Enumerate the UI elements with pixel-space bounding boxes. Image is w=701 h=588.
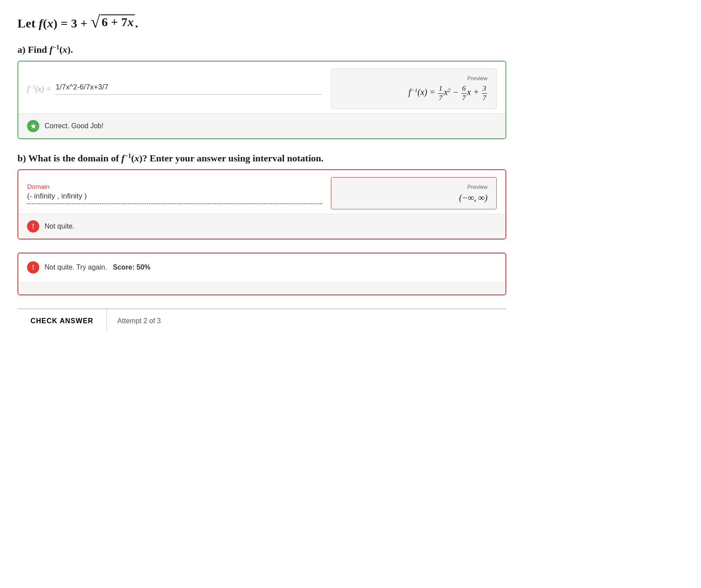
- part-a-input-prefix: f−1(x) =: [27, 84, 51, 94]
- part-a-answer-box: f−1(x) = 1/7x^2-6/7x+3/7 Preview f−1(x) …: [17, 61, 506, 139]
- bottom-bar: CHECK ANSWER Attempt 2 of 3: [17, 308, 506, 333]
- part-b-feedback-text: Not quite.: [45, 222, 74, 230]
- part-a-feedback-text: Correct. Good Job!: [45, 122, 103, 130]
- attempt-label: Attempt 2 of 3: [107, 309, 172, 333]
- part-a-feedback-row: ★ Correct. Good Job!: [18, 113, 505, 138]
- part-b-preview-math: (−∞, ∞): [459, 193, 488, 203]
- part-a-input-value[interactable]: 1/7x^2-6/7x+3/7: [55, 83, 322, 93]
- part-a-feedback-icon: ★: [27, 120, 39, 132]
- part-b-input-label: Domain: [27, 183, 322, 190]
- part-b-preview-label: Preview: [467, 184, 488, 190]
- part-a-preview-box: Preview f−1(x) = 17x2 − 67x + 37: [331, 68, 497, 109]
- part-a-preview-label: Preview: [467, 75, 488, 82]
- part-b-feedback-row: ! Not quite.: [18, 214, 505, 239]
- part-b-feedback-icon: !: [27, 220, 39, 232]
- part-b-answer-box: Domain (- infinity , infinity ) Preview …: [17, 169, 506, 239]
- overall-feedback-icon: !: [27, 261, 39, 273]
- overall-feedback-box: ! Not quite. Try again. Score: 50%: [17, 253, 506, 295]
- part-a-preview-math: f−1(x) = 17x2 − 67x + 37: [409, 84, 488, 103]
- part-b-input-value[interactable]: (- infinity , infinity ): [27, 192, 322, 202]
- part-b-label: b) What is the domain of f−1(x)? Enter y…: [17, 152, 506, 164]
- overall-feedback-text: Not quite. Try again. Score: 50%: [45, 263, 151, 271]
- check-answer-button[interactable]: CHECK ANSWER: [17, 309, 107, 333]
- part-a-label: a) Find f−1(x).: [17, 44, 506, 55]
- problem-statement: Let f(x) = 3 + √ 6 + 7x .: [17, 13, 506, 31]
- part-b-preview-box: Preview (−∞, ∞): [331, 177, 497, 209]
